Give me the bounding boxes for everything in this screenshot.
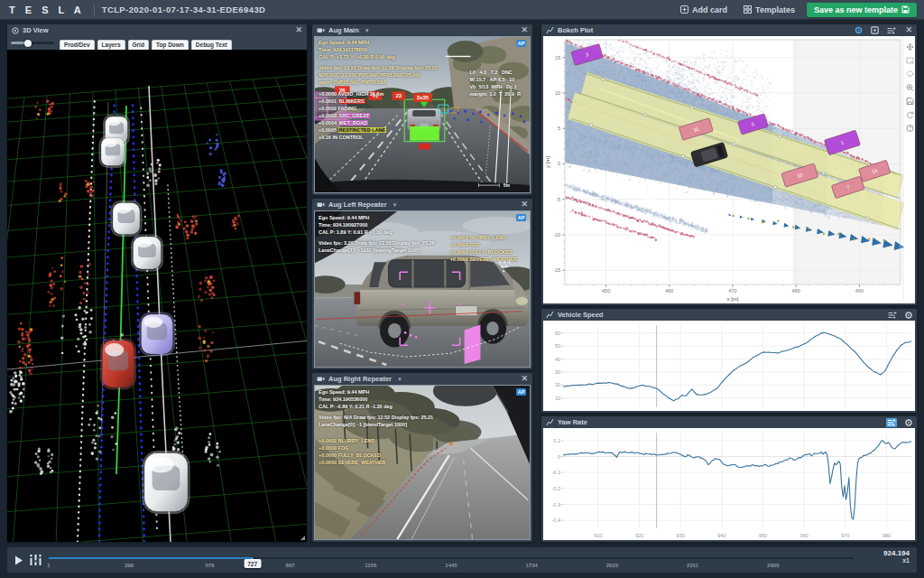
speed-chart-area[interactable]: 102030405060 bbox=[543, 321, 915, 411]
3d-car bbox=[112, 201, 142, 236]
timeline-track[interactable]: 1290579867115614451734202323112600 727 9… bbox=[49, 547, 910, 573]
aug-main-flag: +0.0003 SRC_GREAT bbox=[319, 113, 386, 120]
chevron-down-icon[interactable]: ▼ bbox=[393, 202, 398, 208]
aug-right-hud-status: Ego Speed: 9.44 MPH Time: 924.190536000 … bbox=[319, 389, 393, 411]
svg-text:-0.4: -0.4 bbox=[552, 517, 560, 523]
timeline-speed: x1 bbox=[883, 557, 910, 564]
bokeh-plot-area[interactable]: 3511110714450460470480490151050-5-10-15x… bbox=[543, 36, 915, 303]
close-icon[interactable]: ✕ bbox=[521, 200, 528, 209]
panel-yaw-rate: Yaw Rate 9109209309409509609709800.10-0.… bbox=[541, 416, 917, 542]
panel-bokeh-header: Bokeh Plot ✕ bbox=[541, 24, 917, 36]
camera-icon bbox=[317, 376, 325, 382]
gear-icon bbox=[12, 27, 19, 34]
svg-text:950: 950 bbox=[759, 533, 767, 538]
add-card-label: Add card bbox=[692, 5, 727, 14]
close-icon[interactable]: ✕ bbox=[521, 375, 528, 383]
3d-car bbox=[132, 236, 162, 271]
svg-text:940: 940 bbox=[717, 533, 725, 538]
svg-text:10: 10 bbox=[555, 396, 560, 401]
svg-text:-10: -10 bbox=[553, 232, 560, 238]
frame-step-button[interactable] bbox=[30, 555, 42, 565]
timeline-tick-label: 1734 bbox=[526, 563, 538, 568]
svg-text:910: 910 bbox=[594, 533, 602, 538]
top-bar: T E S L A TCLP-2020-01-07-17-34-31-EDE69… bbox=[0, 0, 924, 20]
aug-left-hud-flags: +0.0002 BLURRY_LENS +0.0000 FOG +0.0000 … bbox=[450, 235, 517, 264]
aug-left-hud-fps: Video fps: 3.20 Draw fps: 12.55 Display … bbox=[319, 240, 435, 255]
zoom-slider-knob[interactable] bbox=[24, 40, 32, 47]
close-icon[interactable]: ✕ bbox=[521, 26, 528, 34]
svg-text:980: 980 bbox=[882, 533, 891, 538]
aug-main-hud-fps: Video fps: 12.51 Draw fps: 12.59 Display… bbox=[319, 65, 438, 87]
3d-car bbox=[143, 452, 189, 513]
close-icon[interactable]: ✕ bbox=[295, 26, 302, 34]
svg-text:450: 450 bbox=[602, 288, 610, 294]
timeline-tick-label: 2023 bbox=[606, 563, 618, 568]
yaw-gear-button[interactable] bbox=[905, 419, 912, 426]
bokeh-settings-button[interactable] bbox=[855, 26, 863, 34]
save-template-button[interactable]: Save as new template bbox=[807, 3, 917, 17]
svg-text:0.1: 0.1 bbox=[553, 438, 560, 443]
panel-aug-right-repeater: Aug Right Repeater ▼ ✕ bbox=[312, 373, 532, 542]
camera-icon bbox=[317, 201, 325, 208]
aug-right-video[interactable]: Ego Speed: 9.44 MPH Time: 924.190536000 … bbox=[314, 385, 531, 540]
svg-text:0: 0 bbox=[558, 161, 560, 166]
svg-text:-0.1: -0.1 bbox=[552, 470, 560, 475]
3d-car bbox=[101, 340, 135, 389]
panel-yaw-header: Yaw Rate bbox=[541, 416, 917, 428]
svg-text:970: 970 bbox=[841, 533, 849, 538]
aug-main-hud-flags: +0.0000 AVOID_HIGH 36.6m+0.0001 BLINKERS… bbox=[319, 91, 386, 142]
timeline-bar: 1290579867115614451734202323112600 727 9… bbox=[7, 547, 917, 573]
play-button[interactable] bbox=[14, 555, 23, 565]
speed-legend-button[interactable] bbox=[888, 312, 897, 319]
svg-text:960: 960 bbox=[800, 533, 808, 538]
chevron-down-icon[interactable]: ▼ bbox=[397, 377, 402, 382]
aug-main-flag: +0.0000 AVOID_HIGH 36.6m bbox=[319, 91, 386, 98]
speed-gear-button[interactable] bbox=[905, 312, 912, 319]
view3d-canvas[interactable] bbox=[7, 50, 307, 542]
panel-aug-left-header: Aug Left Repeater ▼ ✕ bbox=[312, 199, 532, 210]
aug-main-flag: +0.0004 WET_ROAD bbox=[319, 120, 386, 127]
svg-text:10: 10 bbox=[555, 90, 560, 96]
timeline-tick-label: 2600 bbox=[767, 563, 779, 568]
bokeh-export-button[interactable] bbox=[871, 26, 879, 34]
timeline-playhead[interactable]: 727 bbox=[244, 559, 261, 568]
svg-text:50: 50 bbox=[555, 343, 560, 349]
aug-left-video[interactable]: Ego Speed: 9.44 MPH Time: 924.190927000 … bbox=[314, 210, 531, 368]
timeline-tick-label: 2311 bbox=[687, 563, 698, 568]
aug-main-flag: +0.0002 FADING bbox=[319, 106, 386, 113]
yaw-chart-area[interactable]: 9109209309409509609709800.10-0.1-0.2-0.3… bbox=[543, 428, 915, 540]
aug-main-video[interactable]: 2641233x35 Ego Speed: 9.44 MPH Time: 924… bbox=[314, 36, 531, 193]
panel-aug-main-title: Aug Main bbox=[328, 26, 359, 34]
yaw-legend-button[interactable] bbox=[886, 418, 897, 427]
aug-main-flag: +0.0005 RESTRICTED LANE bbox=[319, 127, 386, 135]
svg-text:15: 15 bbox=[555, 55, 560, 61]
svg-text:30: 30 bbox=[555, 369, 560, 375]
aug-left-hud-status: Ego Speed: 9.44 MPH Time: 924.190927000 … bbox=[319, 215, 392, 237]
bokeh-legend-button[interactable] bbox=[887, 27, 896, 34]
panel-vehicle-speed: Vehicle Speed 102030405060 bbox=[541, 309, 917, 413]
add-card-button[interactable]: Add card bbox=[676, 3, 732, 17]
topbar-actions: Add card Templates Save as new template bbox=[676, 3, 924, 17]
svg-text:480: 480 bbox=[792, 288, 800, 294]
panel-3d-view-title: 3D View bbox=[23, 26, 49, 34]
timeline-tick-label: 1445 bbox=[445, 563, 457, 568]
plot-icon bbox=[546, 27, 554, 34]
panel-aug-left-title: Aug Left Repeater bbox=[328, 200, 387, 209]
view3d-scene bbox=[7, 50, 307, 542]
panel-aug-main: Aug Main ▼ ✕ bbox=[312, 24, 532, 195]
aug-main-flag: +0.0001 BLINKERS bbox=[319, 98, 386, 106]
save-icon bbox=[901, 5, 910, 14]
save-template-label: Save as new template bbox=[814, 5, 898, 14]
panel-bokeh-plot: Bokeh Plot ✕ 351111071445046047048049015… bbox=[541, 24, 917, 305]
timeline-tick-label: 290 bbox=[125, 563, 134, 568]
templates-button[interactable]: Templates bbox=[739, 3, 799, 17]
svg-text:23: 23 bbox=[395, 93, 402, 98]
add-card-icon bbox=[680, 5, 688, 14]
zoom-slider[interactable] bbox=[11, 42, 54, 44]
close-icon[interactable]: ✕ bbox=[905, 26, 912, 34]
timeline-readout: 924.194 x1 bbox=[883, 549, 910, 564]
chevron-down-icon[interactable]: ▼ bbox=[365, 28, 370, 33]
templates-icon bbox=[744, 5, 752, 14]
panel-speed-header: Vehicle Speed bbox=[541, 309, 917, 321]
timeline-time: 924.194 bbox=[883, 549, 910, 557]
